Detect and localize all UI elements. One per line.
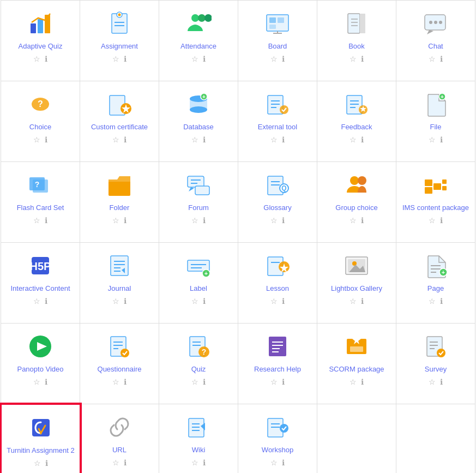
star-icon-folder[interactable]: ☆ — [112, 216, 119, 225]
info-icon-assignment[interactable]: ℹ — [124, 55, 126, 63]
star-icon-assignment[interactable]: ☆ — [112, 55, 119, 63]
grid-item-questionnaire[interactable]: Questionnaire ☆ ℹ — [80, 324, 159, 404]
info-icon-book[interactable]: ℹ — [361, 55, 364, 63]
info-icon-turnitin-assignment-2[interactable]: ℹ — [45, 459, 48, 468]
star-icon-flash-card-set[interactable]: ☆ — [33, 216, 40, 225]
info-icon-lesson[interactable]: ℹ — [282, 297, 285, 306]
grid-item-journal[interactable]: Journal ☆ ℹ — [80, 243, 159, 324]
info-icon-choice[interactable]: ℹ — [45, 135, 47, 144]
grid-item-research-help[interactable]: Research Help ☆ ℹ — [238, 324, 317, 404]
info-icon-quiz[interactable]: ℹ — [203, 378, 206, 386]
star-icon-ims-content-package[interactable]: ☆ — [429, 216, 436, 225]
info-icon-wiki[interactable]: ℹ — [203, 458, 206, 467]
star-icon-database[interactable]: ☆ — [191, 135, 198, 144]
star-icon-label[interactable]: ☆ — [191, 297, 198, 306]
grid-item-turnitin-assignment-2[interactable]: Turnitin Assignment 2 ☆ ℹ — [1, 404, 81, 473]
grid-item-adaptive-quiz[interactable]: Adaptive Quiz ☆ ℹ — [1, 1, 80, 81]
info-icon-scorm-package[interactable]: ℹ — [361, 378, 364, 386]
grid-item-folder[interactable]: Folder ☆ ℹ — [80, 162, 159, 243]
star-icon-page[interactable]: ☆ — [429, 297, 436, 306]
star-icon-wiki[interactable]: ☆ — [191, 458, 198, 467]
info-icon-research-help[interactable]: ℹ — [282, 378, 285, 386]
grid-item-interactive-content[interactable]: H5P Interactive Content ☆ ℹ — [1, 243, 80, 324]
star-icon-forum[interactable]: ☆ — [191, 216, 198, 225]
grid-item-attendance[interactable]: Attendance ☆ ℹ — [159, 1, 238, 81]
star-icon-group-choice[interactable]: ☆ — [350, 216, 357, 225]
info-icon-survey[interactable]: ℹ — [440, 378, 443, 386]
star-icon-journal[interactable]: ☆ — [112, 297, 119, 306]
star-icon-workshop[interactable]: ☆ — [270, 458, 278, 467]
grid-item-ims-content-package[interactable]: IMS content package ☆ ℹ — [396, 162, 475, 243]
grid-item-assignment[interactable]: Assignment ☆ ℹ — [80, 1, 159, 81]
star-icon-turnitin-assignment-2[interactable]: ☆ — [34, 459, 41, 468]
grid-item-file[interactable]: + File ☆ ℹ — [396, 81, 475, 162]
star-icon-url[interactable]: ☆ — [112, 458, 119, 467]
star-icon-lightbox-gallery[interactable]: ☆ — [350, 297, 357, 306]
info-icon-folder[interactable]: ℹ — [124, 216, 126, 225]
star-icon-custom-certificate[interactable]: ☆ — [112, 135, 119, 144]
info-icon-external-tool[interactable]: ℹ — [282, 135, 285, 144]
grid-item-page[interactable]: + Page ☆ ℹ — [396, 243, 475, 324]
grid-item-choice[interactable]: ? Choice ☆ ℹ — [1, 81, 80, 162]
info-icon-file[interactable]: ℹ — [440, 135, 443, 144]
info-icon-attendance[interactable]: ℹ — [203, 55, 206, 63]
grid-item-glossary[interactable]: Q Glossary ☆ ℹ — [238, 162, 317, 243]
star-icon-scorm-package[interactable]: ☆ — [350, 378, 357, 386]
info-icon-board[interactable]: ℹ — [282, 55, 285, 63]
grid-item-workshop[interactable]: Workshop ☆ ℹ — [238, 404, 317, 473]
info-icon-questionnaire[interactable]: ℹ — [124, 378, 126, 386]
star-icon-research-help[interactable]: ☆ — [270, 378, 278, 386]
grid-item-flash-card-set[interactable]: ? Flash Card Set ☆ ℹ — [1, 162, 80, 243]
info-icon-group-choice[interactable]: ℹ — [361, 216, 364, 225]
info-icon-lightbox-gallery[interactable]: ℹ — [361, 297, 364, 306]
grid-item-url[interactable]: URL ☆ ℹ — [80, 404, 159, 473]
info-icon-glossary[interactable]: ℹ — [282, 216, 285, 225]
grid-item-group-choice[interactable]: Group choice ☆ ℹ — [317, 162, 396, 243]
info-icon-forum[interactable]: ℹ — [203, 216, 206, 225]
grid-item-database[interactable]: + Database ☆ ℹ — [159, 81, 238, 162]
star-icon-quiz[interactable]: ☆ — [191, 378, 198, 386]
info-icon-chat[interactable]: ℹ — [440, 55, 443, 63]
info-icon-panopto-video[interactable]: ℹ — [45, 378, 47, 386]
star-icon-glossary[interactable]: ☆ — [270, 216, 278, 225]
info-icon-custom-certificate[interactable]: ℹ — [124, 135, 126, 144]
info-icon-ims-content-package[interactable]: ℹ — [440, 216, 443, 225]
info-icon-journal[interactable]: ℹ — [124, 297, 126, 306]
grid-item-scorm-package[interactable]: SCORM package ☆ ℹ — [317, 324, 396, 404]
star-icon-questionnaire[interactable]: ☆ — [112, 378, 119, 386]
grid-item-panopto-video[interactable]: Panopto Video ☆ ℹ — [1, 324, 80, 404]
grid-item-survey[interactable]: Survey ☆ ℹ — [396, 324, 475, 404]
star-icon-external-tool[interactable]: ☆ — [270, 135, 278, 144]
grid-item-custom-certificate[interactable]: Custom certificate ☆ ℹ — [80, 81, 159, 162]
star-icon-file[interactable]: ☆ — [429, 135, 436, 144]
star-icon-feedback[interactable]: ☆ — [350, 135, 357, 144]
info-icon-url[interactable]: ℹ — [124, 458, 126, 467]
star-icon-adaptive-quiz[interactable]: ☆ — [33, 55, 40, 63]
star-icon-board[interactable]: ☆ — [270, 55, 278, 63]
grid-item-lesson[interactable]: Lesson ☆ ℹ — [238, 243, 317, 324]
info-icon-adaptive-quiz[interactable]: ℹ — [45, 55, 47, 63]
info-icon-label[interactable]: ℹ — [203, 297, 206, 306]
info-icon-feedback[interactable]: ℹ — [361, 135, 364, 144]
info-icon-interactive-content[interactable]: ℹ — [45, 297, 47, 306]
grid-item-forum[interactable]: Forum ☆ ℹ — [159, 162, 238, 243]
info-icon-page[interactable]: ℹ — [440, 297, 443, 306]
grid-item-board[interactable]: Board ☆ ℹ — [238, 1, 317, 81]
star-icon-book[interactable]: ☆ — [350, 55, 357, 63]
grid-item-external-tool[interactable]: External tool ☆ ℹ — [238, 81, 317, 162]
info-icon-flash-card-set[interactable]: ℹ — [45, 216, 47, 225]
info-icon-workshop[interactable]: ℹ — [282, 458, 285, 467]
star-icon-chat[interactable]: ☆ — [429, 55, 436, 63]
grid-item-feedback[interactable]: Feedback ☆ ℹ — [317, 81, 396, 162]
star-icon-lesson[interactable]: ☆ — [270, 297, 278, 306]
star-icon-attendance[interactable]: ☆ — [191, 55, 198, 63]
grid-item-wiki[interactable]: Wiki ☆ ℹ — [159, 404, 238, 473]
info-icon-database[interactable]: ℹ — [203, 135, 206, 144]
star-icon-panopto-video[interactable]: ☆ — [33, 378, 40, 386]
grid-item-book[interactable]: Book ☆ ℹ — [317, 1, 396, 81]
star-icon-choice[interactable]: ☆ — [33, 135, 40, 144]
grid-item-quiz[interactable]: ? Quiz ☆ ℹ — [159, 324, 238, 404]
star-icon-survey[interactable]: ☆ — [429, 378, 436, 386]
grid-item-label[interactable]: + Label ☆ ℹ — [159, 243, 238, 324]
grid-item-chat[interactable]: Chat ☆ ℹ — [396, 1, 475, 81]
